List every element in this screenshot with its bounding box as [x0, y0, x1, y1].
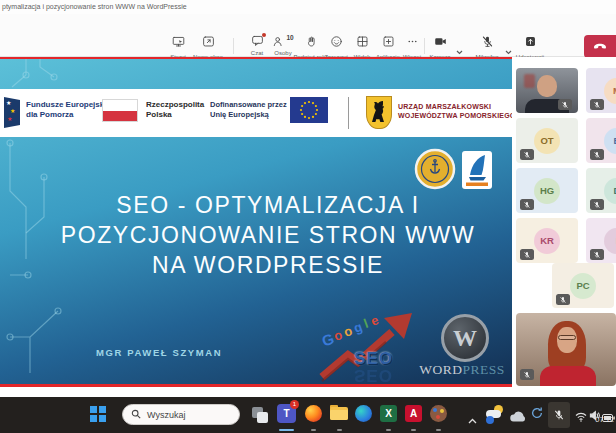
- open-app-indicator: [311, 429, 316, 431]
- edge-app-icon[interactable]: [355, 405, 372, 422]
- taskbar-search[interactable]: Wyszukaj: [122, 404, 240, 425]
- participant-video-tile-2[interactable]: [516, 313, 616, 386]
- tray-expand-chevron[interactable]: [468, 410, 477, 428]
- avatar: B: [604, 128, 616, 154]
- avatar: M: [604, 78, 616, 104]
- open-app-indicator: [279, 429, 294, 431]
- mic-muted-badge: [590, 249, 604, 260]
- pomerania-griffin-crest: [366, 96, 392, 129]
- open-app-indicator: [436, 429, 441, 431]
- avatar: D: [604, 178, 616, 204]
- meeting-toolbar: Steruj Nowe okno Czat 10 Osoby Podnieś r…: [0, 14, 616, 57]
- weather-widget-icon[interactable]: [485, 404, 505, 424]
- rp-label: RzeczpospolitaPolska: [146, 100, 204, 121]
- banner-divider: [348, 97, 349, 129]
- palette-app-icon[interactable]: [430, 405, 447, 422]
- seo-reflection: SEO: [354, 365, 393, 385]
- open-app-indicator: [411, 429, 416, 431]
- google-seo-graphic: G o o g l e SEO SEO: [316, 309, 418, 384]
- mic-muted-icon: [481, 34, 494, 52]
- mic-muted-badge: [590, 99, 604, 110]
- red-sweater: [540, 366, 596, 386]
- poland-flag: [102, 99, 138, 122]
- avatar: KR: [534, 228, 560, 254]
- participant-video-tile[interactable]: [516, 68, 578, 113]
- start-button[interactable]: [90, 406, 106, 422]
- mic-muted-badge: [520, 149, 534, 160]
- participant-tile-pc[interactable]: PC: [552, 263, 614, 308]
- mic-muted-badge: [520, 199, 534, 210]
- shared-screen-region: ★ ★ ★ Fundusze Europejskiedla Pomorza Rz…: [0, 57, 514, 387]
- sailing-club-logo: [462, 151, 492, 189]
- firefox-app-icon[interactable]: [305, 405, 322, 422]
- wordpress-logotype: WORDPRESS: [407, 362, 517, 378]
- excel-app-icon[interactable]: X: [380, 405, 397, 422]
- onedrive-icon[interactable]: [509, 408, 526, 426]
- hang-up-phone-icon: [592, 38, 608, 56]
- share-screen-icon: [524, 34, 537, 52]
- maritime-university-seal: [414, 148, 456, 190]
- participant-tile-m[interactable]: M: [586, 68, 616, 113]
- sync-icon[interactable]: [530, 406, 544, 424]
- new-window-icon: [202, 34, 215, 52]
- participant-tile-b[interactable]: B: [586, 118, 616, 163]
- window-title-bar: ptymalizacja i pozycjonowanie stron WWW …: [0, 0, 616, 14]
- tray-mic-muted-button[interactable]: [548, 402, 570, 428]
- teams-notification-badge: 1: [290, 400, 299, 409]
- teams-app-icon[interactable]: T 1: [277, 404, 296, 423]
- wifi-icon[interactable]: [575, 408, 587, 426]
- participant-tile-hg[interactable]: HG: [516, 168, 578, 213]
- mic-muted-badge: [520, 369, 534, 380]
- glasses: [558, 335, 576, 340]
- task-view-button[interactable]: [252, 407, 268, 423]
- face: [537, 75, 557, 97]
- acrobat-app-icon[interactable]: A: [405, 405, 422, 422]
- participant-tile-d[interactable]: D: [586, 168, 616, 213]
- mic-muted-badge: [520, 249, 534, 260]
- windows-taskbar: Wyszukaj T 1 X A: [0, 397, 616, 433]
- eu-funding-banner: ★ ★ ★ Fundusze Europejskiedla Pomorza Rz…: [0, 89, 512, 137]
- open-app-indicator: [337, 429, 342, 431]
- avatar: HG: [534, 178, 560, 204]
- mic-muted-badge: [558, 99, 572, 110]
- window-title: ptymalizacja i pozycjonowanie stron WWW …: [2, 3, 187, 10]
- wordpress-logo-icon: W: [441, 314, 489, 362]
- open-app-indicator: [386, 429, 391, 431]
- avatar: OT: [534, 128, 560, 154]
- marshal-office-label: URZĄD MARSZAŁKOWSKIWOJEWÓDZTWA POMORSKIE…: [398, 102, 516, 120]
- eu-cofinance-label: Dofinansowane przezUnię Europejską: [210, 100, 287, 120]
- mic-muted-badge: [590, 199, 604, 210]
- leave-call-button[interactable]: [584, 35, 616, 58]
- avatar: I: [604, 228, 616, 254]
- screen: ptymalizacja i pozycjonowanie stron WWW …: [0, 0, 616, 433]
- participant-tile-ot[interactable]: OT: [516, 118, 578, 163]
- avatar: PC: [570, 273, 596, 299]
- taskbar-clock[interactable]: 07.12: [595, 415, 614, 424]
- mic-muted-badge: [590, 149, 604, 160]
- file-explorer-icon[interactable]: [330, 407, 348, 420]
- face: [557, 327, 577, 353]
- mic-muted-badge: [556, 294, 570, 305]
- participant-tile-i[interactable]: I: [586, 218, 616, 263]
- search-icon: [131, 409, 141, 421]
- camera-icon: [434, 34, 447, 52]
- fundusze-europejskie-logo: ★ ★ ★: [4, 97, 20, 128]
- slide-author: MGR PAWEŁ SZYMAN: [96, 347, 222, 358]
- fe-label: Fundusze Europejskiedla Pomorza: [26, 100, 111, 121]
- slide-title: SEO - OPTYMALIZACJA I POZYCJONOWANIE STR…: [28, 190, 508, 280]
- eu-flag: [290, 97, 328, 123]
- participant-tile-kr[interactable]: KR: [516, 218, 578, 263]
